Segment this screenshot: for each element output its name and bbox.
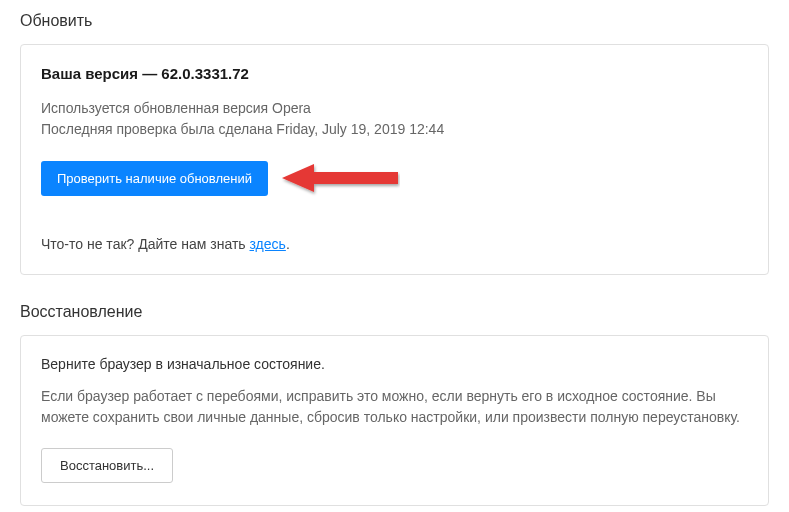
update-button-row: Проверить наличие обновлений [41,158,748,198]
restore-intro-text: Верните браузер в изначальное состояние. [41,356,748,372]
version-label: Ваша версия — 62.0.3331.72 [41,65,748,82]
feedback-prefix: Что-то не так? Дайте нам знать [41,236,250,252]
last-check-text: Последняя проверка была сделана Friday, … [41,119,748,140]
update-status-text: Используется обновленная версия Opera [41,98,748,119]
restore-section-title: Восстановление [20,303,769,321]
check-updates-button[interactable]: Проверить наличие обновлений [41,161,268,196]
restore-card: Верните браузер в изначальное состояние.… [20,335,769,506]
update-section-title: Обновить [20,12,769,30]
feedback-suffix: . [286,236,290,252]
svg-marker-0 [282,164,398,192]
update-card: Ваша версия — 62.0.3331.72 Используется … [20,44,769,275]
feedback-text: Что-то не так? Дайте нам знать здесь. [41,236,748,252]
arrow-left-icon [280,158,400,198]
restore-description-text: Если браузер работает с перебоями, испра… [41,386,748,428]
restore-button[interactable]: Восстановить... [41,448,173,483]
feedback-link[interactable]: здесь [250,236,286,252]
